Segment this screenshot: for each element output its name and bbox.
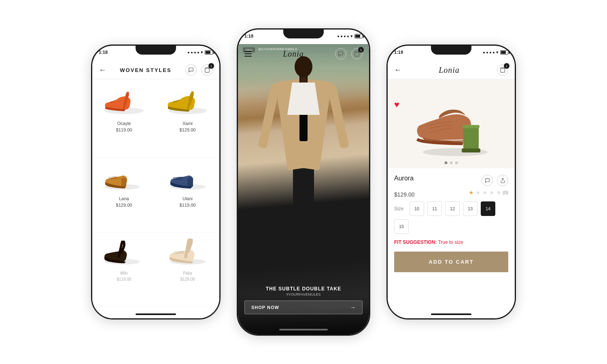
product-ulani-image xyxy=(166,163,210,193)
cart-badge: 1 xyxy=(208,63,214,69)
image-carousel-dots xyxy=(445,161,458,164)
phone3-notch xyxy=(431,46,471,55)
size-10[interactable]: 10 xyxy=(410,201,424,216)
phone1-status-icons: ▾ xyxy=(188,48,213,55)
size-11[interactable]: 11 xyxy=(427,201,442,216)
phone3-screen: ← Lonia 1 ♥ xyxy=(388,60,515,318)
product-shoe-image xyxy=(407,89,496,158)
shop-now-text: SHOP NOW xyxy=(251,305,279,310)
fit-suggestion-value: True to size xyxy=(438,239,463,245)
product-detail-top: Aurora xyxy=(394,175,508,186)
detail-icons xyxy=(482,175,508,186)
fit-suggestion-label: FIT SUGGESTION: xyxy=(394,239,437,245)
battery-icon xyxy=(354,34,363,38)
wifi-icon: ▾ xyxy=(201,50,203,55)
dot3 xyxy=(344,36,346,37)
dot-3[interactable] xyxy=(455,161,458,164)
phones-container: 1:18 ▾ ← WOVEN STYLES xyxy=(0,0,607,364)
phone2-notch xyxy=(283,30,324,38)
favorite-icon[interactable]: ♥ xyxy=(394,99,399,110)
product-item5-price: $119.00 xyxy=(117,277,131,281)
signal-dots xyxy=(188,52,199,53)
product-ocayle[interactable]: Ocayle $119.00 xyxy=(92,83,156,158)
product-lana[interactable]: Lana $129.00 xyxy=(92,158,156,233)
battery-fill xyxy=(355,35,360,38)
cart-icon[interactable]: 1 xyxy=(497,64,508,76)
product-item6-name: Palia xyxy=(183,271,192,275)
chat-icon[interactable] xyxy=(482,175,493,186)
brand-logo: Lonia xyxy=(439,66,460,75)
products-grid: Ocayle $119.00 Xami $129.00 xyxy=(92,79,219,310)
photo-tags: OKO @ILYOVEROERKYHEELS xyxy=(243,47,297,53)
chat-icon[interactable] xyxy=(335,48,346,59)
back-button[interactable]: ← xyxy=(394,66,401,74)
dot2 xyxy=(191,52,193,53)
phone2-screen: Lonia 1 xyxy=(238,44,369,334)
phone1-time: 1:18 xyxy=(99,48,108,55)
phone2-header: Lonia 1 xyxy=(238,44,369,63)
phone-2: 1:18 ▾ xyxy=(237,28,370,336)
phone-1: 1:18 ▾ ← WOVEN STYLES xyxy=(91,44,221,320)
dot3 xyxy=(490,52,491,53)
product-ocayle-image xyxy=(102,87,146,118)
product-item6[interactable]: Palia $129.00 xyxy=(156,233,219,307)
stars-row: ★ ★ ★ ★ ★ (0) xyxy=(469,189,508,196)
back-button[interactable]: ← xyxy=(99,66,106,74)
chat-icon[interactable] xyxy=(185,64,197,76)
add-to-cart-button[interactable]: ADD TO CART xyxy=(394,252,508,272)
price-row: $129.00 ★ ★ ★ ★ ★ (0) xyxy=(394,189,508,201)
size-13[interactable]: 13 xyxy=(463,201,478,216)
product-ulani[interactable]: Ulani $119.00 xyxy=(156,158,219,233)
product-item5-image xyxy=(102,237,146,268)
phone3-header: ← Lonia 1 xyxy=(388,60,515,79)
dot1 xyxy=(337,36,339,37)
star-4: ★ xyxy=(489,189,495,196)
cart-icon[interactable]: 1 xyxy=(351,48,363,59)
home-indicator xyxy=(136,313,176,315)
hero-title: THE SUBTLE DOUBLE TAKE xyxy=(244,286,363,292)
cart-icon[interactable]: 1 xyxy=(202,64,213,76)
page-title: WOVEN STYLES xyxy=(120,67,171,73)
phone1-notch xyxy=(136,46,176,55)
size-12[interactable]: 12 xyxy=(445,201,460,216)
product-info: Aurora xyxy=(388,168,515,279)
dot4 xyxy=(347,36,349,37)
phone3-content: ♥ xyxy=(388,79,515,310)
product-detail-name: Aurora xyxy=(394,175,414,182)
product-xami-name: Xami xyxy=(183,121,193,126)
star-1: ★ xyxy=(469,189,474,196)
product-xami[interactable]: Xami $129.00 xyxy=(156,83,219,158)
product-ulani-price: $119.00 xyxy=(180,203,196,207)
battery-icon xyxy=(205,50,213,55)
product-ocayle-name: Ocayle xyxy=(117,121,131,126)
phone3-status-icons: ▾ xyxy=(483,48,508,55)
phone1-home-bar xyxy=(92,310,219,318)
dot1 xyxy=(188,52,189,53)
product-lana-image xyxy=(102,163,146,193)
share-icon[interactable] xyxy=(497,175,508,186)
tag-oko: OKO xyxy=(243,47,255,53)
home-indicator xyxy=(431,313,471,315)
header-icons: 1 xyxy=(185,64,213,76)
dot-1[interactable] xyxy=(445,161,448,164)
size-label: Size xyxy=(394,206,406,212)
wifi-icon: ▾ xyxy=(350,34,353,39)
product-item5[interactable]: Milo $119.00 xyxy=(92,233,156,307)
size-15[interactable]: 15 xyxy=(394,219,409,234)
phone-3: 1:19 ▾ ← Lonia xyxy=(386,44,516,320)
dot2 xyxy=(486,52,488,53)
wifi-icon: ▾ xyxy=(496,50,499,55)
phone2-status-icons: ▾ xyxy=(337,32,363,39)
header-icons: 1 xyxy=(335,48,363,59)
dot1 xyxy=(483,52,485,53)
size-14[interactable]: 14 xyxy=(481,201,495,216)
phone2-time: 1:18 xyxy=(244,32,253,38)
shop-now-bar[interactable]: SHOP NOW → xyxy=(244,301,363,314)
product-xami-price: $129.00 xyxy=(180,127,196,132)
ham-line-3 xyxy=(244,56,252,57)
svg-rect-6 xyxy=(187,178,193,187)
phone1-header: ← WOVEN STYLES 1 xyxy=(92,60,219,79)
dot4 xyxy=(197,52,199,53)
dot-2[interactable] xyxy=(450,161,453,164)
dot4 xyxy=(493,52,495,53)
